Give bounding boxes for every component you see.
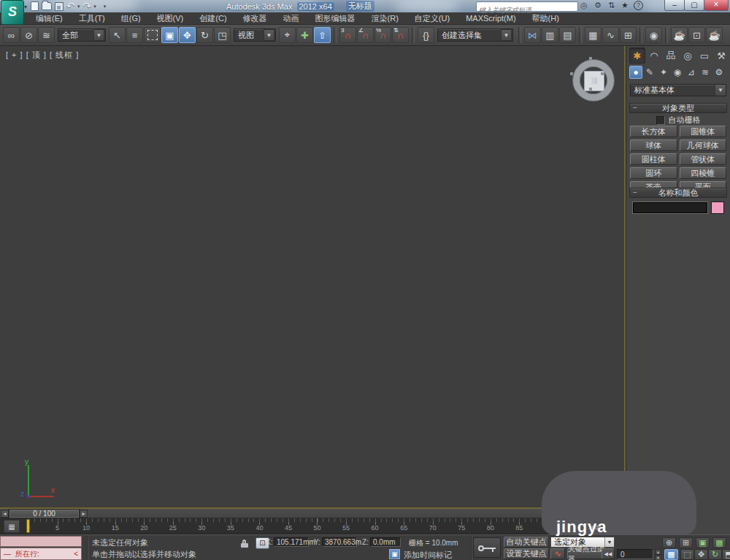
frame-spinner[interactable]: ▲ ▼ <box>655 549 661 559</box>
select-and-link-icon[interactable]: ∞ <box>3 27 20 43</box>
mirror-icon[interactable]: ⋈ <box>524 27 541 43</box>
keyboard-override-icon[interactable]: ⇧ <box>314 27 331 43</box>
maxscript-macro-recorder[interactable] <box>0 536 82 547</box>
current-frame-field[interactable]: 0 <box>617 549 653 559</box>
named-selection-sets-dropdown[interactable]: 创建选择集▼ <box>437 28 513 42</box>
unlink-selection-icon[interactable]: ⊘ <box>20 27 37 43</box>
button-cone[interactable]: 圆锥体 <box>680 126 727 137</box>
layer-manager-icon[interactable]: ▤ <box>559 27 576 43</box>
spacewarps-subtab[interactable]: ≋ <box>699 66 712 79</box>
app-logo[interactable]: S <box>1 0 24 25</box>
time-slider-track[interactable]: ◂ 0 / 100 ▸ <box>0 509 626 518</box>
angle-snap-icon[interactable]: ∩∠ <box>357 27 374 43</box>
keyword-search-box[interactable] <box>476 1 578 12</box>
hierarchy-tab[interactable]: 品 <box>663 47 679 64</box>
maxscript-mini-listener[interactable]: — 所在行: < <box>0 548 82 560</box>
favorites-star-icon[interactable]: ★ <box>621 1 629 10</box>
percent-snap-icon[interactable]: ∩% <box>374 27 391 43</box>
cameras-subtab[interactable]: ◉ <box>671 66 684 79</box>
open-file-icon[interactable] <box>42 2 52 10</box>
object-color-swatch[interactable] <box>711 202 724 214</box>
chevron-down-icon[interactable]: ▼ <box>93 29 104 41</box>
window-crossing-icon[interactable]: ▣ <box>161 27 178 43</box>
menu-item[interactable]: 创建(C) <box>191 12 234 24</box>
edit-named-selections-icon[interactable]: {} <box>418 27 434 43</box>
y-coord-field[interactable]: 3870.663m <box>322 537 357 547</box>
maximize-button[interactable]: ▢ <box>684 0 704 11</box>
menu-item[interactable]: 动画 <box>275 12 307 24</box>
spinner-down-icon[interactable]: ▼ <box>655 555 661 560</box>
chevron-down-icon[interactable]: ▼ <box>264 29 274 41</box>
select-and-move-icon[interactable]: ✥ <box>179 27 196 43</box>
add-time-tag-label[interactable]: 添加时间标记 <box>404 550 452 560</box>
set-key-button[interactable]: 设置关键点 <box>504 548 549 559</box>
redo-icon[interactable]: ↷ <box>82 1 91 11</box>
lights-subtab[interactable]: ✦ <box>657 66 670 79</box>
button-tube[interactable]: 管状体 <box>680 153 727 165</box>
chevron-down-icon[interactable]: ▼ <box>715 85 726 96</box>
undo-icon[interactable]: ↶ <box>66 1 74 11</box>
select-by-name-icon[interactable]: ≡ <box>126 27 143 43</box>
search-binoculars-icon[interactable]: ◎ <box>580 1 588 10</box>
motion-tab[interactable]: ◎ <box>680 47 696 64</box>
object-type-rollout[interactable]: − 对象类型 <box>629 103 727 113</box>
set-keys-button[interactable] <box>473 537 501 558</box>
chevron-down-icon[interactable]: ▼ <box>501 29 512 41</box>
select-and-rotate-icon[interactable]: ↻ <box>196 27 213 43</box>
time-slider-prev-icon[interactable]: ◂ <box>1 510 9 518</box>
x-coord-field[interactable]: 105.171mm <box>274 537 309 547</box>
geometry-subtab[interactable]: ● <box>629 66 642 79</box>
default-tangent-icon[interactable]: ∿ <box>550 548 565 559</box>
track-bar[interactable]: ▦ 05101520253035404550556065707580859095… <box>0 518 626 534</box>
utilities-tab[interactable]: ⚒ <box>713 47 729 64</box>
wrench-icon[interactable]: ⚙ <box>594 1 602 10</box>
z-coord-field[interactable]: 0.0mm <box>370 537 401 547</box>
minimize-button[interactable]: – <box>664 0 685 11</box>
button-pyramid[interactable]: 四棱锥 <box>680 167 727 179</box>
align-icon[interactable]: ▥ <box>542 27 558 43</box>
viewport-label[interactable]: [ + ] [ 顶 ] [ 线框 ] <box>6 50 79 61</box>
redo-chevron-icon[interactable]: ▾ <box>93 4 96 9</box>
new-file-icon[interactable] <box>31 1 39 11</box>
button-box[interactable]: 长方体 <box>630 126 677 137</box>
create-tab[interactable]: ✱ <box>629 47 645 64</box>
menu-item[interactable]: 渲染(R) <box>364 12 407 24</box>
menu-item[interactable]: 工具(T) <box>71 12 113 24</box>
ref-coord-system-dropdown[interactable]: 视图▼ <box>234 28 276 42</box>
render-setup-icon[interactable]: ☕ <box>671 27 688 43</box>
button-geosphere[interactable]: 几何球体 <box>680 139 727 151</box>
menu-item[interactable]: 编辑(E) <box>28 12 71 24</box>
zoom-extents-all-icon[interactable]: ▦ <box>712 537 726 548</box>
modify-tab[interactable]: ◠ <box>646 47 662 64</box>
menu-item[interactable]: 修改器 <box>235 12 275 24</box>
time-slider-handle[interactable]: 0 / 100 <box>9 510 79 518</box>
button-cylinder[interactable]: 圆柱体 <box>630 153 677 165</box>
viewport-top[interactable]: [ + ] [ 顶 ] [ 线框 ] 顶 y x z <box>0 46 626 509</box>
qat-options-chevron-icon[interactable]: ▾ <box>104 4 107 9</box>
save-file-icon[interactable] <box>55 2 64 11</box>
search-input[interactable] <box>477 7 576 14</box>
menu-item[interactable]: 图形编辑器 <box>307 12 364 24</box>
selection-filter-dropdown[interactable]: 全部▼ <box>58 28 106 42</box>
pan-zoom-mode-icon[interactable]: ▦ <box>664 549 678 560</box>
object-name-field[interactable] <box>632 202 708 214</box>
helpers-subtab[interactable]: ⊿ <box>685 66 698 79</box>
selection-lock-icon[interactable] <box>241 540 249 548</box>
rendered-frame-icon[interactable]: ⊡ <box>688 27 705 43</box>
auto-key-button[interactable]: 自动关键点 <box>504 537 549 548</box>
select-and-manipulate-icon[interactable]: ✚ <box>296 27 313 43</box>
app-menu-chevron-icon[interactable]: ▾ <box>24 4 27 10</box>
rect-selection-region-icon[interactable] <box>144 27 161 43</box>
viewcube[interactable]: 顶 <box>570 57 617 104</box>
material-editor-icon[interactable]: ◉ <box>645 27 662 43</box>
graphite-ribbon-icon[interactable]: ▦ <box>585 27 602 43</box>
menu-item[interactable]: 帮助(H) <box>524 12 567 24</box>
select-object-icon[interactable]: ↖ <box>109 27 126 43</box>
button-sphere[interactable]: 球体 <box>630 139 677 151</box>
zoom-icon[interactable]: ⊕ <box>662 537 676 548</box>
time-tag-icon[interactable]: ▣ <box>389 549 400 559</box>
name-color-rollout[interactable]: − 名称和颜色 <box>629 188 727 198</box>
orbit-icon[interactable]: ↻ <box>708 549 722 560</box>
maximize-viewport-icon[interactable]: ⬒ <box>722 549 730 560</box>
zoom-all-icon[interactable]: ⊞ <box>679 537 693 548</box>
